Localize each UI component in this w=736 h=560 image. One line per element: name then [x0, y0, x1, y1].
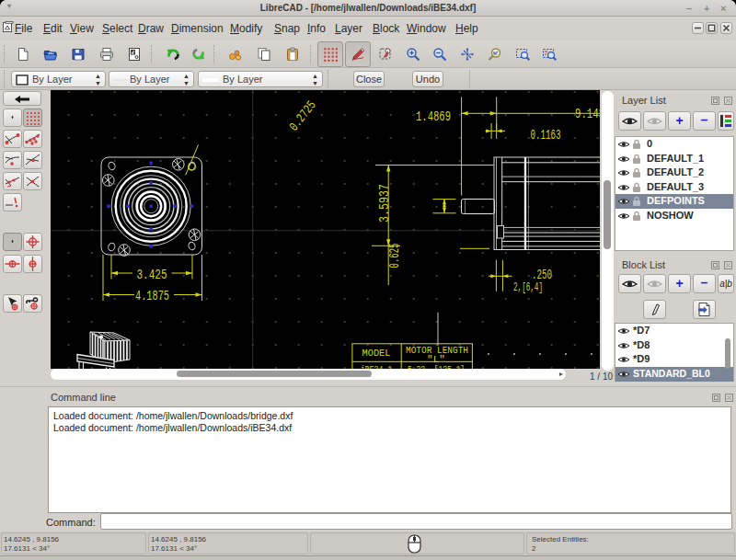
svg-text:0.625: 0.625	[387, 244, 402, 269]
svg-text:4.1875: 4.1875	[135, 289, 169, 303]
svg-text:9.143: 9.143	[575, 107, 600, 121]
svg-text:3.425: 3.425	[137, 268, 167, 282]
svg-text:.250: .250	[532, 268, 552, 282]
svg-text:2,[6,4]: 2,[6,4]	[513, 281, 543, 294]
svg-text:"L": "L"	[427, 354, 445, 365]
svg-text:0.2725: 0.2725	[286, 97, 318, 133]
svg-text:MODEL: MODEL	[362, 348, 391, 359]
svg-text:0.1163: 0.1163	[531, 128, 561, 143]
svg-text:1.4869: 1.4869	[416, 109, 451, 124]
svg-text:3.5937: 3.5937	[377, 184, 392, 223]
